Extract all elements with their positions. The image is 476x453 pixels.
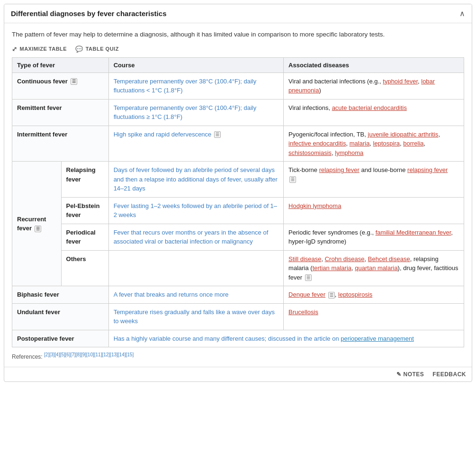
- quiz-label: TABLE QUIZ: [86, 46, 119, 52]
- col-type: Type of fever: [12, 57, 109, 72]
- table-row: Postoperative fever Has a highly variabl…: [12, 330, 464, 347]
- link-leptospira[interactable]: leptospira: [373, 140, 400, 147]
- course-biphasic: A fever that breaks and returns once mor…: [108, 286, 283, 304]
- subtype-pel-ebstein: Pel-Ebstein fever: [61, 197, 108, 224]
- table-row: Undulant fever Temperature rises gradual…: [12, 303, 464, 330]
- link-dengue[interactable]: Dengue fever: [288, 291, 325, 298]
- ref-15[interactable]: [15]: [126, 352, 134, 357]
- ref-3[interactable]: [3]: [49, 352, 54, 357]
- ref-5[interactable]: [5]: [60, 352, 65, 357]
- table-row: Remittent fever Temperature permanently …: [12, 99, 464, 126]
- assoc-others: Still disease, Crohn disease, Behcet dis…: [284, 250, 464, 286]
- info-icon[interactable]: ☰: [214, 131, 221, 138]
- table-header-row: Type of fever Course Associated diseases: [12, 57, 464, 72]
- ref-13[interactable]: [13]: [110, 352, 118, 357]
- type-undulant: Undulant fever: [12, 303, 109, 330]
- link-behcet[interactable]: Behcet disease: [368, 255, 410, 263]
- maximize-label: MAXIMIZE TABLE: [20, 46, 67, 52]
- ref-9[interactable]: [9]: [81, 352, 86, 357]
- link-lbrf[interactable]: relapsing fever: [407, 166, 448, 173]
- assoc-biphasic: Dengue fever ☰, leptospirosis: [284, 286, 464, 304]
- course-periodical: Fever that recurs over months or years i…: [108, 224, 283, 250]
- link-typhoid[interactable]: typhoid fever: [383, 78, 418, 85]
- link-malaria[interactable]: malaria: [350, 140, 370, 147]
- col-associated: Associated diseases: [284, 57, 464, 72]
- table-quiz-button[interactable]: 💬 TABLE QUIZ: [75, 45, 119, 53]
- panel-title: Differential diagnoses by fever characte…: [11, 9, 166, 18]
- panel-body: The pattern of fever may help to determi…: [4, 23, 472, 367]
- course-postop: Has a highly variable course and many di…: [108, 330, 464, 347]
- link-schisto[interactable]: schistosomiasis: [288, 149, 332, 156]
- subtype-periodical: Periodical fever: [61, 224, 108, 250]
- notes-icon: ✎: [396, 371, 402, 378]
- assoc-periodical: Periodic fever syndromes (e.g., familial…: [284, 224, 464, 250]
- type-intermittent: Intermittent fever: [12, 126, 109, 162]
- table-row: Recurrent fever ☰ Relapsing fever Days o…: [12, 162, 464, 198]
- course-remittent: Temperature permanently over 38°C (100.4…: [108, 99, 283, 126]
- ref-8[interactable]: [8]: [76, 352, 81, 357]
- quiz-icon: 💬: [75, 45, 83, 53]
- course-pel: Fever lasting 1–2 weeks followed by an a…: [108, 197, 283, 224]
- subtype-others: Others: [61, 250, 108, 286]
- link-leptospirosis[interactable]: leptospirosis: [338, 291, 372, 298]
- table-row: Others Still disease, Crohn disease, Beh…: [12, 250, 464, 286]
- course-intermittent: High spike and rapid defervescence ☰: [108, 126, 283, 162]
- type-postop: Postoperative fever: [12, 330, 109, 347]
- assoc-relapsing: Tick-borne relapsing fever and louse-bor…: [284, 162, 464, 198]
- link-lymphoma[interactable]: lymphoma: [335, 149, 363, 156]
- feedback-button[interactable]: FEEDBACK: [432, 371, 466, 378]
- ref-4[interactable]: [4]: [54, 352, 60, 357]
- ref-2[interactable]: [2]: [44, 352, 49, 357]
- link-crohn[interactable]: Crohn disease: [325, 255, 365, 263]
- notes-label: NOTES: [403, 371, 424, 378]
- ref-14[interactable]: [14]: [118, 352, 126, 357]
- maximize-table-button[interactable]: ⤢ MAXIMIZE TABLE: [12, 45, 67, 53]
- feedback-label: FEEDBACK: [432, 371, 466, 378]
- expand-icon: ⤢: [12, 45, 18, 53]
- course-relapsing: Days of fever followed by an afebrile pe…: [108, 162, 283, 198]
- fever-table: Type of fever Course Associated diseases…: [12, 57, 464, 348]
- link-tertian[interactable]: tertian malaria: [313, 264, 351, 272]
- info-icon[interactable]: ☰: [328, 292, 335, 299]
- link-tbrf[interactable]: relapsing fever: [319, 166, 359, 173]
- type-remittent: Remittent fever: [12, 99, 109, 126]
- course-continuous: Temperature permanently over 38°C (100.4…: [108, 72, 283, 99]
- type-recurrent: Recurrent fever ☰: [12, 162, 62, 286]
- course-undulant: Temperature rises gradually and falls li…: [108, 303, 283, 330]
- info-icon[interactable]: ☰: [35, 226, 41, 232]
- ref-7[interactable]: [7]: [71, 352, 76, 357]
- toolbar: ⤢ MAXIMIZE TABLE 💬 TABLE QUIZ: [12, 45, 464, 53]
- footer-bar: ✎ NOTES FEEDBACK: [4, 367, 472, 381]
- link-quartan[interactable]: quartan malaria: [355, 264, 397, 272]
- assoc-continuous: Viral and bacterial infections (e.g., ty…: [284, 72, 464, 99]
- panel-header: Differential diagnoses by fever characte…: [4, 4, 472, 23]
- link-still[interactable]: Still disease: [288, 255, 321, 263]
- notes-button[interactable]: ✎ NOTES: [396, 371, 424, 378]
- ref-6[interactable]: [6]: [65, 352, 71, 357]
- subtype-relapsing: Relapsing fever: [61, 162, 108, 198]
- table-row: Biphasic fever A fever that breaks and r…: [12, 286, 464, 304]
- link-hodgkin[interactable]: Hodgkin lymphoma: [288, 202, 341, 209]
- link-abe[interactable]: acute bacterial endocarditis: [332, 104, 407, 111]
- type-biphasic: Biphasic fever: [12, 286, 109, 304]
- collapse-icon[interactable]: ∧: [459, 9, 465, 18]
- link-fmf[interactable]: familial Mediterranean fever: [376, 229, 451, 236]
- info-icon[interactable]: ☰: [71, 78, 77, 85]
- ref-11[interactable]: [11]: [94, 352, 102, 357]
- course-others: [108, 250, 283, 286]
- link-brucellosis[interactable]: Brucellosis: [288, 308, 318, 316]
- link-ie[interactable]: infective endocarditis: [288, 140, 346, 147]
- table-row: Continuous fever ☰ Temperature permanent…: [12, 72, 464, 99]
- link-borrelia[interactable]: borrelia: [403, 140, 423, 147]
- table-row: Pel-Ebstein fever Fever lasting 1–2 week…: [12, 197, 464, 224]
- info-icon[interactable]: ☰: [289, 176, 296, 183]
- type-continuous-fever: Continuous fever ☰: [12, 72, 109, 99]
- info-icon[interactable]: ☰: [305, 274, 312, 281]
- link-jia[interactable]: juvenile idiopathic arthritis: [368, 131, 439, 138]
- assoc-undulant: Brucellosis: [284, 303, 464, 330]
- link-periop[interactable]: perioperative management: [341, 335, 414, 342]
- references-section: References: [2][3][4][5][6][7][8][9][10]…: [12, 347, 464, 362]
- ref-10[interactable]: [10]: [86, 352, 94, 357]
- intro-text: The pattern of fever may help to determi…: [12, 30, 464, 40]
- ref-12[interactable]: [12]: [102, 352, 110, 357]
